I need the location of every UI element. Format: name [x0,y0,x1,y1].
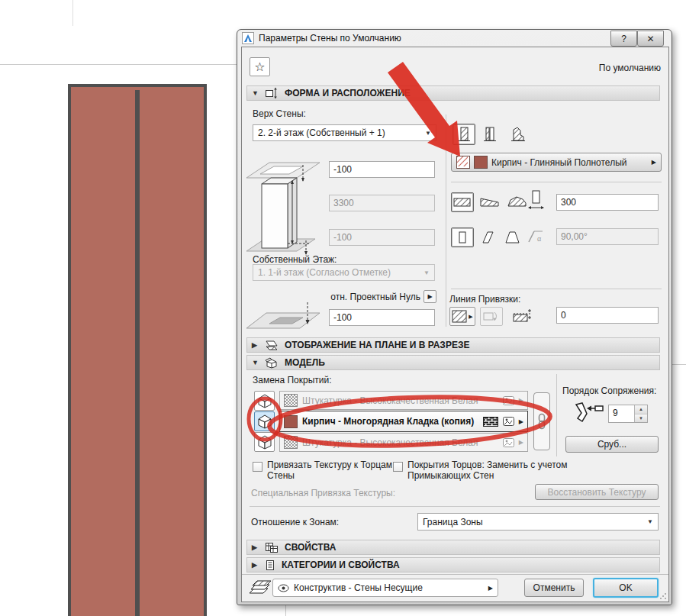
favorites-button[interactable]: ☆ [250,57,270,76]
slant-angle-input [556,228,659,245]
reference-line-label: Линия Привязки: [449,294,520,305]
section-header-form[interactable]: ▼ ФОРМА И РАСПОЛОЖЕНИЕ [246,85,660,101]
wall-thickness-input[interactable] [556,194,659,211]
model-column-divider [556,374,557,456]
plaster-swatch [284,394,298,407]
texture-image-icon [503,438,514,447]
layer-select[interactable]: Конструктив - Стены Несущие ▶ [272,579,498,597]
geometry-straight-button[interactable] [451,192,474,212]
wall-elevation-sketch [246,158,326,259]
flyout-arrow-icon: ▶ [652,159,656,166]
home-storey-label: Собственный Этаж: [253,254,337,265]
surface-row-top: Штукатурка - Высококачественная Белая ▶ [279,391,528,410]
wall-preview[interactable] [68,84,207,616]
texture-image-icon [503,396,514,405]
help-button[interactable]: ? [610,31,637,47]
reference-line-position-button[interactable]: ▶ [449,307,475,326]
spin-down-icon[interactable]: ▼ [635,414,647,423]
footer-divider [242,574,668,575]
flyout-arrow-icon: ▶ [469,314,472,320]
base-plane-sketch [246,301,326,334]
polygon-wall-icon [507,195,527,208]
cube-top-face-icon [256,392,273,409]
section-header-categories[interactable]: ▶ КАТЕГОРИИ И СВОЙСТВА [246,557,660,572]
collapse-arrow-icon: ▼ [252,359,259,366]
grid-line-vertical-bottom [285,605,286,616]
surface-face-side-button[interactable] [254,411,275,431]
ok-button[interactable]: OK [593,578,659,598]
default-label: По умолчанию [599,63,661,73]
surface-face-bottom-button[interactable] [254,432,275,452]
zone-relation-select[interactable]: Граница Зоны ▼ [417,513,659,531]
layers-icon [248,579,271,595]
texture-wrap-label: Привязать Текстуру к Торцам Стены [267,460,398,481]
flyout-arrow-icon: ▶ [427,293,432,300]
cancel-button[interactable]: Отменить [524,579,584,597]
slant-angle-icon: α [526,229,549,244]
base-elevation-input[interactable] [329,309,435,326]
custom-texture-label: Специальная Привязка Текстуры: [251,488,395,498]
slanted-wall-icon [481,231,497,244]
cube-side-face-icon [256,413,273,430]
screenshot-canvas: Параметры Стены по Умолчанию ? ✕ ☆ По ум… [0,0,686,616]
star-icon: ☆ [254,60,265,74]
reference-level-flyout-button[interactable]: ▶ [424,290,436,303]
surface-row-side[interactable]: Кирпич - Многорядная Кладка (копия) ▶ [279,411,528,432]
profile-double-slanted-button[interactable] [504,231,521,247]
flip-icon [483,310,500,323]
section-header-plan[interactable]: ▶ ОТОБРАЖЕНИЕ НА ПЛАНЕ И В РАЗРЕЗЕ [246,337,660,353]
junction-order-label: Порядок Сопряжения: [562,385,656,396]
surface-face-top-button[interactable] [254,391,275,411]
section-properties-label: СВОЙСТВА [285,542,336,553]
divider [451,182,662,182]
section-categories-label: КАТЕГОРИИ И СВОЙСТВА [282,560,400,570]
flyout-arrow-icon: ▶ [519,397,523,404]
log-details-button[interactable]: Сруб... [565,436,659,453]
section-header-properties[interactable]: ▶ СВОЙСТВА [246,540,660,555]
section-header-model[interactable]: ▼ МОДЕЛЬ [246,355,660,370]
profile-vertical-button[interactable] [451,227,474,247]
surface-name: Штукатурка - Высококачественная Белая [302,437,498,448]
top-offset-input[interactable] [329,161,435,178]
reset-texture-label: Восстановить Текстуру [548,487,646,498]
help-icon: ? [621,34,626,44]
building-material-select[interactable]: Кирпич - Глиняный Полнотелый ▶ [451,153,662,172]
log-details-label: Сруб... [597,439,626,450]
reset-texture-button: Восстановить Текстуру [535,484,659,500]
building-material-value: Кирпич - Глиняный Полнотелый [491,157,626,168]
profile-slanted-button[interactable] [481,231,497,247]
spin-up-icon[interactable]: ▲ [635,405,647,414]
junction-order-stepper[interactable]: 9 ▲ ▼ [608,405,648,423]
junction-order-icon [572,402,604,424]
column-divider [446,114,446,327]
grid-line-horizontal-right [672,364,686,365]
svg-text:α: α [537,235,541,243]
surface-override-label: Замена Покрытий: [253,375,332,385]
bottom-offset-input [329,229,435,246]
vertical-wall-icon [457,231,468,244]
wall-top-value: 2. 2-й этаж (Собственный + 1) [258,127,385,138]
link-surfaces-button[interactable] [533,392,550,450]
wall-type-basic-button[interactable] [453,124,475,145]
wall-type-profile-button[interactable] [510,126,526,146]
end-surface-checkbox[interactable] [393,462,403,472]
close-icon: ✕ [646,34,654,44]
resize-grip[interactable] [659,592,667,600]
profile-wall-icon [510,126,526,143]
wall-type-composite-button[interactable] [483,126,497,146]
geometry-polygon-button[interactable] [507,195,527,211]
composite-wall-icon [483,126,497,143]
section-plan-label: ОТОБРАЖЕНИЕ НА ПЛАНЕ И В РАЗРЕЗЕ [285,340,469,350]
close-button[interactable]: ✕ [637,31,664,47]
dialog-titlebar[interactable]: Параметры Стены по Умолчанию [237,30,672,47]
refline-offset-input[interactable] [556,307,659,324]
geometry-trapezoid-button[interactable] [480,197,500,211]
wall-height-input [329,195,435,211]
texture-wrap-checkbox[interactable] [253,462,262,472]
material-color-swatch [474,156,488,169]
ok-label: OK [619,582,632,593]
surface-name: Штукатурка - Высококачественная Белая [302,395,498,406]
wall-top-select[interactable]: 2. 2-й этаж (Собственный + 1) ▼ [253,124,436,141]
cut-fill-swatch [456,156,470,169]
cancel-label: Отменить [533,582,575,593]
